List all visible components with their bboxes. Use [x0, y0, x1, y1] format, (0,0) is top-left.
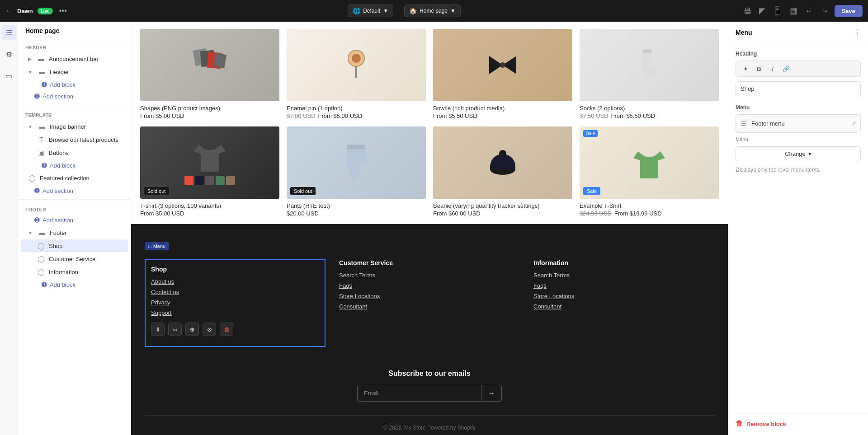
sidebar-item-browse-products[interactable]: T Browse our latest products — [21, 133, 128, 146]
shapes-svg — [192, 47, 228, 83]
remove-block-button[interactable]: 🗑 Remove block — [736, 418, 786, 430]
info-link-locations[interactable]: Store Locations — [533, 293, 714, 299]
product-price-2: From $5.50 USD — [433, 112, 572, 119]
heading-toolbar-bold[interactable]: B — [753, 63, 765, 75]
subscribe-title: Subscribe to our emails — [145, 370, 714, 378]
cs-link-faqs[interactable]: Faqs — [339, 282, 520, 289]
sidebar-item-information[interactable]: ◯ Information — [21, 266, 128, 278]
sidebar-icon-settings[interactable]: ⚙ — [2, 47, 16, 61]
footer-link-privacy[interactable]: Privacy — [151, 299, 319, 306]
footer-link-support[interactable]: Support — [151, 309, 319, 316]
add-section-header-btn[interactable]: ➊ Add section — [18, 90, 131, 102]
product-image-7: Sale Sale — [580, 126, 719, 199]
footer-shop-col[interactable]: Shop About us Contact us Privacy Support… — [145, 259, 326, 347]
add-block-header-btn[interactable]: ➊ Add block — [18, 79, 131, 90]
product-title-0: Shapes (PNG product images) — [140, 105, 279, 112]
heading-label: Heading — [736, 51, 861, 57]
product-card-3[interactable]: Socks (2 options) $7.50 USDFrom $5.50 US… — [580, 29, 719, 119]
sidebar-item-announcement-bar[interactable]: ▶ ▬ Announcement bar — [21, 52, 128, 65]
chevron-down-icon3: ▼ — [28, 230, 33, 235]
footer-link-contact[interactable]: Contact us — [151, 289, 319, 295]
toolbar-btn-add[interactable]: ⊕ — [185, 323, 199, 336]
tshirt-swatches — [184, 176, 235, 185]
add-block-template-btn[interactable]: ➊ Add block — [18, 159, 131, 171]
toolbar-btn-move-up[interactable]: ⇕ — [151, 323, 165, 336]
viewport-tablet-btn[interactable]: ◤ — [757, 4, 767, 18]
theme-name: Default — [363, 8, 380, 14]
info-link-faqs[interactable]: Faqs — [533, 282, 714, 289]
change-menu-btn[interactable]: Change ▾ — [736, 146, 861, 161]
heading-input[interactable] — [736, 81, 861, 96]
toolbar-btn-disable[interactable]: ⊗ — [203, 323, 216, 336]
sidebar-item-footer[interactable]: ▼ ▬ Footer — [21, 226, 128, 239]
save-button[interactable]: Save — [835, 5, 863, 17]
sidebar-icon-apps[interactable]: ▭ — [2, 69, 16, 83]
viewport-mobile-btn[interactable]: 📱 — [771, 4, 784, 18]
theme-selector[interactable]: 🌐 Default ▼ — [348, 5, 393, 17]
green-tshirt-svg — [633, 145, 665, 181]
menu-section-label: Menu — [736, 104, 861, 111]
browse-products-label: Browse our latest products — [49, 136, 118, 143]
sidebar-item-shop[interactable]: ◯ Shop — [21, 239, 128, 252]
viewport-desktop-btn[interactable]: 🖶 — [742, 5, 754, 18]
panel-menu-link[interactable]: ☰ Footer menu ↗ — [736, 114, 861, 133]
footer-top-bar: □ Menu — [145, 242, 714, 250]
product-card-1[interactable]: Enamel pin (1 option) $7.00 USDFrom $5.0… — [287, 29, 426, 119]
info-link-consultant[interactable]: Consultant — [533, 303, 714, 310]
footer-copyright: © 2023, My Store Powered by Shopify — [145, 415, 714, 431]
topbar-center: 🌐 Default ▼ 🏠 Home page ▼ — [72, 5, 736, 17]
product-title-1: Enamel pin (1 option) — [287, 105, 426, 112]
subscribe-submit-btn[interactable]: → — [481, 385, 501, 401]
toolbar-btn-delete[interactable]: 🗑 — [220, 323, 233, 336]
plus-circle-icon3: ➊ — [42, 162, 47, 169]
page-selector[interactable]: 🏠 Home page ▼ — [404, 5, 461, 17]
sidebar-item-customer-service[interactable]: ◯ Customer Service — [21, 253, 128, 265]
add-section-template-btn[interactable]: ➊ Add section — [18, 185, 131, 196]
product-card-2[interactable]: Bowtie (rich product media) From $5.50 U… — [433, 29, 572, 119]
trash-icon: 🗑 — [736, 420, 743, 428]
sidebar-item-buttons[interactable]: ▣ Buttons — [21, 146, 128, 159]
more-button[interactable]: ••• — [59, 7, 67, 15]
shop-item-label: Shop — [49, 243, 62, 249]
divider2 — [18, 199, 131, 200]
sidebar-item-featured-collection[interactable]: ◯ Featured collection — [21, 172, 128, 184]
product-card-4[interactable]: Sold out T-shirt (3 options, 100 variant… — [140, 126, 279, 217]
swatch-green — [216, 176, 225, 185]
sidebar-item-header[interactable]: ▼ ▬ Header — [21, 65, 128, 78]
footer-section-label: Footer — [18, 202, 131, 214]
sidebar-icon-sections[interactable]: ☰ — [2, 25, 16, 40]
change-label: Change — [785, 150, 806, 157]
undo-button[interactable]: ↩ — [803, 6, 815, 16]
back-button[interactable]: ← — [5, 7, 13, 15]
product-card-6[interactable]: Beanie (varying quantity tracker setting… — [433, 126, 572, 217]
info-link-search[interactable]: Search Terms — [533, 272, 714, 279]
heading-toolbar-italic[interactable]: I — [767, 63, 778, 75]
email-input[interactable] — [358, 385, 481, 401]
heading-toolbar: ✦ B I 🔗 — [736, 61, 861, 77]
footer-item-label: Footer — [50, 229, 67, 236]
cs-link-locations[interactable]: Store Locations — [339, 293, 520, 299]
svg-rect-12 — [642, 49, 651, 53]
footer-link-about[interactable]: About us — [151, 278, 319, 285]
chevron-right-icon: ▶ — [28, 56, 32, 61]
product-card-5[interactable]: Sold out Pants (RTE test) $20.00 USD Sol… — [287, 126, 426, 217]
redo-button[interactable]: ↪ — [819, 6, 831, 16]
buttons-icon: ▣ — [37, 149, 45, 156]
heading-toolbar-magic[interactable]: ✦ — [740, 63, 751, 75]
cs-link-consultant[interactable]: Consultant — [339, 303, 520, 310]
product-image-0 — [140, 29, 279, 101]
add-block-footer-btn[interactable]: ➊ Add block — [18, 279, 131, 290]
sidebar-item-image-banner[interactable]: ▼ ▬ Image banner — [21, 120, 128, 133]
product-price-3: $7.50 USDFrom $5.50 USD — [580, 112, 719, 119]
right-panel-more-btn[interactable]: ⋮ — [854, 28, 861, 37]
cs-link-search[interactable]: Search Terms — [339, 272, 520, 279]
viewport-other-btn[interactable]: ▦ — [788, 4, 799, 18]
product-card-7[interactable]: Sale Sale Example T-Shirt $24.99 USDFrom… — [580, 126, 719, 217]
badge-in-image-7: Sale — [583, 187, 600, 195]
template-section-label: Template — [18, 108, 131, 120]
toolbar-btn-move-down[interactable]: ⇔ — [168, 323, 182, 336]
svg-point-14 — [499, 150, 506, 157]
heading-toolbar-link[interactable]: 🔗 — [780, 63, 792, 75]
add-section-footer-btn[interactable]: ➊ Add section — [18, 214, 131, 226]
product-card-0[interactable]: Shapes (PNG product images) From $5.00 U… — [140, 29, 279, 119]
